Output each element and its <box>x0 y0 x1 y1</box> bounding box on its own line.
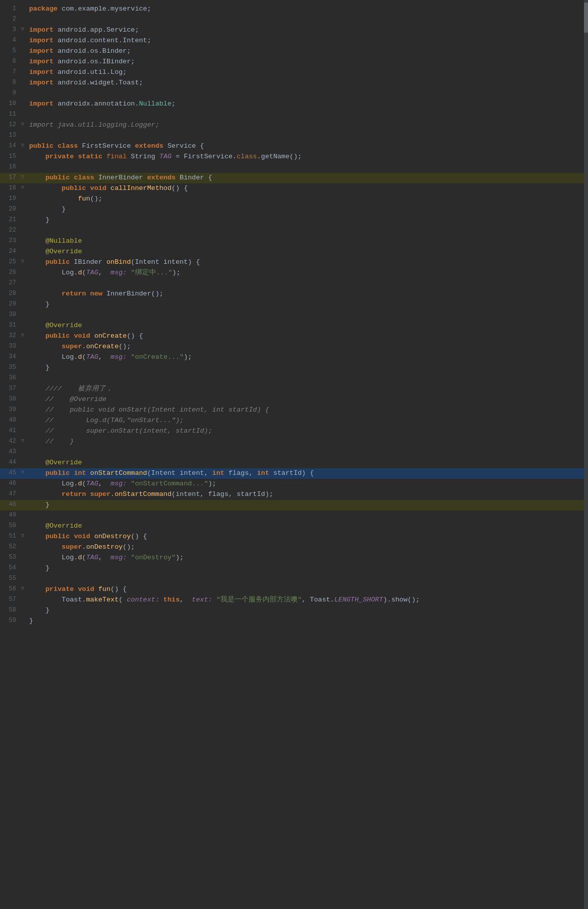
token-method: onCreate <box>94 332 127 340</box>
line-number-6: 6 <box>0 57 19 66</box>
line-content-45: public int onStartCommand(Intent intent,… <box>26 468 588 479</box>
token-kw: public <box>62 184 86 192</box>
token-kw: extends <box>135 142 164 150</box>
line-content-42: // } <box>26 437 588 447</box>
token-string: "绑定中..." <box>131 269 173 276</box>
line-number-33: 33 <box>0 342 19 351</box>
token-punct <box>70 332 74 340</box>
fold-marker-17[interactable]: ▽ <box>19 173 26 181</box>
line-content-12: import java.util.logging.Logger; <box>26 120 588 131</box>
token-kw: public <box>29 142 54 150</box>
line-number-49: 49 <box>0 511 19 520</box>
code-line-40: 40 // Log.d(TAG,"onStart..."); <box>0 416 588 426</box>
line-number-38: 38 <box>0 394 19 404</box>
token-kw: int <box>257 469 269 477</box>
token-punct: androidx.annotation. <box>54 100 139 108</box>
fold-marker-14[interactable]: ▽ <box>19 141 26 150</box>
line-number-35: 35 <box>0 363 19 372</box>
line-number-40: 40 <box>0 416 19 425</box>
scrollbar-thumb[interactable] <box>584 3 588 33</box>
code-line-24: 24 @Override <box>0 247 588 257</box>
token-punct: ).show(); <box>383 596 420 603</box>
token-punct: android.util.Log; <box>54 68 127 76</box>
token-annotation: @Nullable <box>45 237 82 245</box>
line-number-19: 19 <box>0 194 19 204</box>
line-number-2: 2 <box>0 15 19 24</box>
line-number-9: 9 <box>0 88 19 98</box>
token-punct: , <box>98 554 110 561</box>
token-text-label: text: <box>192 596 212 603</box>
token-annotation: @Override <box>45 459 82 466</box>
code-area: 1package com.example.myservice;23▽import… <box>0 0 588 631</box>
line-content-4: import android.content.Intent; <box>26 36 588 46</box>
editor-container: 1package com.example.myservice;23▽import… <box>0 0 588 909</box>
line-number-5: 5 <box>0 46 19 56</box>
token-super-kw: super <box>90 490 111 498</box>
token-punct: ( <box>119 596 127 603</box>
line-content-52: super.onDestroy(); <box>26 542 588 553</box>
code-line-39: 39 // public void onStart(Intent intent,… <box>0 405 588 416</box>
token-punct: Log. <box>62 353 78 361</box>
line-content-1: package com.example.myservice; <box>26 4 588 15</box>
fold-marker-25[interactable]: ▽ <box>19 257 26 266</box>
fold-marker-56[interactable]: ▽ <box>19 584 26 593</box>
token-punct: () { <box>172 184 188 192</box>
code-line-37: 37 //// 被弃用了， <box>0 384 588 394</box>
line-content-15: private static final String TAG = FirstS… <box>26 152 588 162</box>
token-super-kw: super <box>62 343 82 350</box>
line-number-1: 1 <box>0 4 19 14</box>
fold-marker-32[interactable]: ▽ <box>19 331 26 340</box>
token-punct: ; <box>172 100 176 108</box>
code-line-29: 29 } <box>0 299 588 310</box>
token-import-kw: import <box>29 47 54 55</box>
token-punct: startId) { <box>269 469 314 477</box>
token-import-kw: import <box>29 58 54 65</box>
code-line-53: 53 Log.d(TAG, msg: "onDestroy"); <box>0 553 588 563</box>
token-kw: void <box>90 184 106 192</box>
fold-marker-51[interactable]: ▽ <box>19 532 26 540</box>
token-kw2: class <box>237 153 257 160</box>
token-punct <box>94 585 98 593</box>
fold-marker-3[interactable]: ▽ <box>19 25 26 34</box>
token-punct: () { <box>127 332 143 340</box>
token-punct <box>127 353 131 361</box>
token-tag-italic: TAG <box>86 554 98 561</box>
token-tag-italic: TAG <box>159 153 171 160</box>
line-number-30: 30 <box>0 310 19 320</box>
code-line-7: 7import android.util.Log; <box>0 67 588 78</box>
code-line-44: 44 @Override <box>0 458 588 468</box>
line-number-51: 51 <box>0 532 19 541</box>
fold-marker-18[interactable]: ▽ <box>19 183 26 192</box>
code-line-55: 55 <box>0 574 588 584</box>
token-punct: ); <box>172 269 180 276</box>
token-comment: // public void onStart(Intent intent, in… <box>45 406 269 414</box>
line-content-29: } <box>26 299 588 310</box>
token-nullable-class: Nullable <box>139 100 172 108</box>
token-punct: IBinder <box>70 258 106 266</box>
line-content-37: //// 被弃用了， <box>26 384 588 394</box>
line-number-7: 7 <box>0 67 19 77</box>
code-line-4: 4import android.content.Intent; <box>0 36 588 46</box>
line-content-41: // super.onStart(intent, startId); <box>26 426 588 437</box>
code-line-59: 59} <box>0 616 588 627</box>
line-number-36: 36 <box>0 373 19 383</box>
code-line-58: 58 } <box>0 605 588 616</box>
fold-marker-42[interactable]: ▽ <box>19 437 26 445</box>
token-punct <box>70 174 74 181</box>
token-punct: (intent, flags, startId); <box>172 490 274 498</box>
line-content-8: import android.widget.Toast; <box>26 78 588 88</box>
token-return-kw: return <box>62 490 86 498</box>
token-method: onCreate <box>86 343 119 350</box>
code-line-56: 56▽ private void fun() { <box>0 584 588 595</box>
token-kw: public <box>45 533 70 540</box>
fold-marker-12[interactable]: ▽ <box>19 120 26 129</box>
token-kw: void <box>74 332 90 340</box>
line-content-14: public class FirstService extends Servic… <box>26 141 588 152</box>
code-line-38: 38 // @Override <box>0 394 588 405</box>
line-number-39: 39 <box>0 405 19 415</box>
token-kw: private <box>45 153 74 160</box>
fold-marker-45[interactable]: ▽ <box>19 468 26 477</box>
line-content-6: import android.os.IBinder; <box>26 57 588 67</box>
scrollbar-indicator[interactable] <box>584 0 588 909</box>
line-content-57: Toast.makeText( context: this, text: "我是… <box>26 595 588 605</box>
